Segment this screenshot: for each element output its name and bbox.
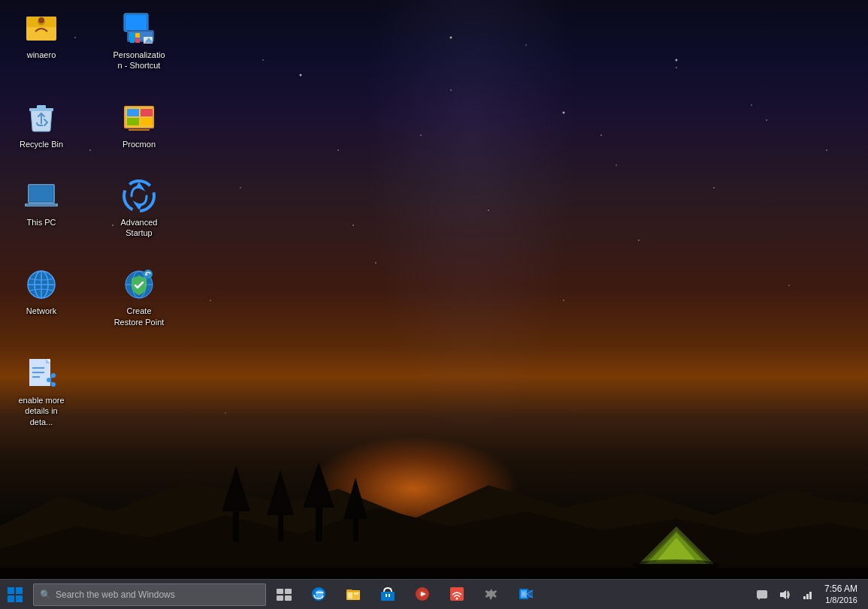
svg-rect-40	[127, 118, 139, 125]
network-icon-img	[23, 267, 59, 303]
clock-time: 7:56 AM	[824, 583, 857, 595]
settings-icon	[483, 586, 500, 602]
svg-marker-0	[0, 481, 868, 579]
search-bar[interactable]: 🔍 Search the web and Windows	[33, 583, 266, 606]
taskbar-right: 7:56 AM 1/8/2016	[752, 580, 868, 610]
recycle-bin-icon[interactable]: Recycle Bin	[11, 97, 71, 152]
svg-marker-13	[639, 526, 714, 564]
svg-marker-99	[780, 590, 786, 599]
create-restore-point-label: Create Restore Point	[112, 306, 166, 327]
svg-rect-74	[277, 589, 283, 594]
enable-more-details-icon[interactable]: enable more details in deta...	[11, 353, 71, 430]
search-placeholder: Search the web and Windows	[56, 589, 175, 600]
notification-center-button[interactable]	[752, 580, 772, 610]
svg-rect-100	[803, 596, 806, 599]
icon-row-2: This PC Advanced Startup	[11, 175, 169, 242]
svg-rect-73	[16, 595, 23, 602]
svg-point-89	[456, 597, 458, 599]
svg-marker-14	[643, 530, 710, 564]
svg-marker-16	[655, 538, 697, 562]
svg-marker-12	[343, 478, 367, 519]
enable-more-details-icon-img	[23, 356, 59, 392]
volume-button[interactable]	[775, 580, 794, 610]
svg-point-58	[144, 270, 153, 279]
svg-rect-18	[0, 568, 868, 579]
svg-rect-28	[130, 33, 135, 38]
svg-rect-77	[285, 595, 292, 601]
svg-rect-76	[277, 595, 283, 601]
svg-marker-4	[224, 478, 248, 508]
svg-rect-2	[233, 508, 239, 541]
search-icon: 🔍	[40, 589, 51, 600]
icon-row-3: Network	[11, 264, 169, 330]
app5-icon	[449, 586, 465, 602]
procmon-label: Procmon	[122, 139, 156, 149]
windows-logo-icon	[8, 587, 23, 602]
notification-icon	[756, 589, 768, 601]
create-restore-point-icon[interactable]: Create Restore Point	[109, 264, 169, 330]
network-tray-icon	[801, 589, 813, 601]
procmon-icon[interactable]: Procmon	[109, 97, 169, 152]
icon-row-0: winaero	[11, 8, 169, 74]
clock[interactable]: 7:56 AM 1/8/2016	[821, 583, 860, 606]
svg-marker-6	[267, 470, 294, 515]
task-view-button[interactable]	[269, 580, 299, 610]
svg-rect-97	[757, 590, 767, 598]
network-icon[interactable]: Network	[11, 264, 71, 330]
taskbar-pinned-apps: O	[302, 580, 543, 610]
svg-marker-50	[135, 204, 144, 210]
edge-icon	[310, 586, 327, 602]
this-pc-icon[interactable]: This PC	[11, 175, 71, 242]
network-label: Network	[26, 306, 56, 316]
svg-rect-81	[354, 592, 358, 595]
icon-grid: winaero	[11, 8, 169, 430]
svg-marker-49	[135, 182, 144, 188]
svg-point-17	[631, 559, 721, 571]
svg-rect-83	[386, 594, 387, 597]
advanced-startup-icon-img	[121, 178, 157, 214]
svg-rect-70	[8, 587, 14, 594]
personalization-shortcut-icon[interactable]: Personalization - Shortcut	[109, 8, 169, 74]
svg-rect-72	[8, 595, 14, 602]
this-pc-icon-img	[23, 178, 59, 214]
svg-rect-41	[141, 118, 153, 125]
horizon-glow	[263, 369, 564, 519]
systray-icons	[752, 580, 817, 610]
explorer-app[interactable]	[337, 580, 370, 610]
svg-rect-102	[809, 592, 812, 599]
advanced-startup-icon[interactable]: Advanced Startup	[109, 175, 169, 242]
create-restore-point-icon-img	[121, 267, 157, 303]
settings-app[interactable]	[475, 580, 508, 610]
outlook-app[interactable]: O	[510, 580, 543, 610]
svg-rect-46	[30, 186, 53, 201]
app5[interactable]	[440, 580, 473, 610]
personalization-icon-img	[121, 11, 157, 47]
enable-more-details-label: enable more details in deta...	[14, 395, 68, 427]
desktop: winaero	[0, 0, 868, 579]
svg-marker-10	[305, 475, 332, 504]
winaero-icon-img	[23, 11, 59, 47]
media-app[interactable]	[406, 580, 439, 610]
svg-marker-15	[646, 532, 706, 564]
media-icon	[414, 586, 431, 602]
svg-rect-29	[135, 33, 140, 38]
volume-icon	[779, 589, 791, 601]
svg-point-22	[38, 17, 44, 23]
procmon-icon-img	[121, 100, 157, 136]
network-tray-button[interactable]	[797, 580, 817, 610]
explorer-icon	[345, 586, 361, 602]
svg-rect-47	[26, 204, 56, 206]
edge-app[interactable]	[302, 580, 335, 610]
svg-rect-71	[16, 587, 23, 594]
start-button[interactable]	[0, 580, 30, 610]
svg-rect-84	[389, 594, 390, 597]
store-app[interactable]	[371, 580, 404, 610]
svg-rect-39	[141, 109, 153, 116]
svg-marker-1	[0, 508, 868, 579]
mountain-silhouette	[0, 429, 868, 579]
svg-rect-75	[285, 589, 292, 594]
recycle-bin-label: Recycle Bin	[20, 139, 63, 149]
clock-date: 1/8/2016	[824, 595, 857, 605]
winaero-label: winaero	[27, 50, 56, 60]
winaero-icon[interactable]: winaero	[11, 8, 71, 74]
